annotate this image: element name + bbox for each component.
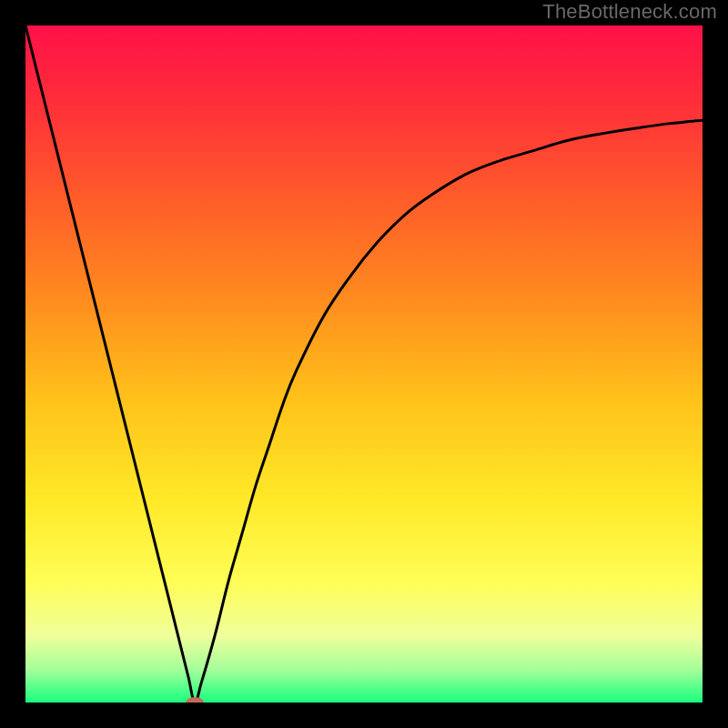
chart-svg: [25, 25, 703, 703]
gradient-background: [25, 25, 703, 703]
chart-frame: TheBottleneck.com: [0, 0, 728, 728]
plot-area: [25, 25, 703, 703]
watermark-text: TheBottleneck.com: [542, 0, 717, 24]
